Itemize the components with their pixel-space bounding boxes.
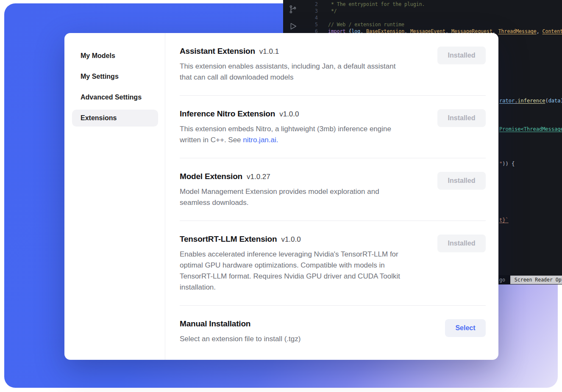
code-text: // Web / extension runtime bbox=[328, 21, 404, 28]
extension-row-nitro: Inference Nitro Extension v1.0.0 This ex… bbox=[180, 96, 486, 158]
code-fragment: rator.inference(data)); bbox=[499, 97, 562, 104]
extension-row-assistant: Assistant Extension v1.0.1 This extensio… bbox=[180, 33, 486, 96]
extension-info: Inference Nitro Extension v1.0.0 This ex… bbox=[180, 109, 437, 146]
extension-row-tensorrt: TensortRT-LLM Extension v1.0.0 Enables a… bbox=[180, 221, 486, 306]
installed-button[interactable]: Installed bbox=[437, 109, 486, 127]
extension-description: Enables accelerated inference leveraging… bbox=[180, 249, 427, 293]
sidebar-item-my-settings[interactable]: My Settings bbox=[72, 68, 158, 85]
extension-info: Manual Installation Select an extension … bbox=[180, 319, 445, 345]
extension-description: Model Management Extension provides mode… bbox=[180, 186, 427, 208]
installed-button[interactable]: Installed bbox=[437, 172, 486, 190]
description-text: This extension embeds Nitro, a lightweig… bbox=[180, 125, 391, 144]
line-number: 2 bbox=[313, 1, 318, 8]
screen-reader-chip[interactable]: Screen Reader Optimized bbox=[510, 276, 562, 284]
line-number: 4 bbox=[313, 14, 318, 21]
sidebar-item-extensions[interactable]: Extensions bbox=[72, 110, 158, 127]
manual-installation-description: Select an extension file to install (.tg… bbox=[180, 334, 435, 345]
settings-modal: My Models My Settings Advanced Settings … bbox=[64, 33, 498, 360]
installed-button[interactable]: Installed bbox=[437, 235, 486, 252]
line-number: 5 bbox=[313, 21, 318, 28]
run-debug-icon[interactable] bbox=[288, 21, 298, 31]
extension-title-line: Model Extension v1.0.27 bbox=[180, 172, 427, 181]
extension-info: TensortRT-LLM Extension v1.0.0 Enables a… bbox=[180, 235, 437, 293]
page: { "editor": { "gutter": ["2", "3", "4", … bbox=[0, 0, 562, 392]
extensions-panel: Assistant Extension v1.0.1 This extensio… bbox=[165, 33, 498, 360]
extension-version: v1.0.1 bbox=[259, 47, 279, 56]
select-file-button[interactable]: Select bbox=[445, 319, 486, 337]
code-line: 5 // Web / extension runtime bbox=[313, 21, 562, 28]
code-line: 4 bbox=[313, 14, 562, 21]
code-line: 2 * The entrypoint for the plugin. bbox=[313, 1, 562, 8]
code-fragment: Promise<ThreadMessage> bbox=[499, 126, 562, 133]
manual-installation-row: Manual Installation Select an extension … bbox=[180, 306, 486, 357]
settings-sidebar: My Models My Settings Advanced Settings … bbox=[64, 33, 165, 360]
git-fork-icon[interactable] bbox=[288, 4, 298, 14]
extension-info: Model Extension v1.0.27 Model Management… bbox=[180, 172, 437, 208]
extension-title: Assistant Extension bbox=[180, 47, 255, 56]
extension-description: This extension enables assistants, inclu… bbox=[180, 61, 427, 83]
extension-title-line: Manual Installation bbox=[180, 319, 435, 329]
nitro-jan-ai-link[interactable]: nitro.jan.ai. bbox=[243, 136, 278, 144]
extension-description: This extension embeds Nitro, a lightweig… bbox=[180, 124, 427, 146]
extension-row-model: Model Extension v1.0.27 Model Management… bbox=[180, 158, 486, 221]
line-number: 3 bbox=[313, 8, 318, 14]
extension-title-line: Inference Nitro Extension v1.0.0 bbox=[180, 109, 427, 119]
status-text: go bbox=[499, 277, 505, 283]
extension-title: Model Extension bbox=[180, 172, 242, 181]
sidebar-item-advanced-settings[interactable]: Advanced Settings bbox=[72, 89, 158, 106]
installed-button[interactable]: Installed bbox=[437, 47, 486, 64]
extension-info: Assistant Extension v1.0.1 This extensio… bbox=[180, 47, 437, 83]
extension-version: v1.0.0 bbox=[279, 110, 299, 119]
code-fragment: t}` bbox=[499, 217, 509, 224]
extension-title-line: TensortRT-LLM Extension v1.0.0 bbox=[180, 235, 427, 244]
sidebar-item-my-models[interactable]: My Models bbox=[72, 47, 158, 64]
code-text: */ bbox=[328, 8, 337, 14]
extension-title: TensortRT-LLM Extension bbox=[180, 235, 277, 244]
extension-version: v1.0.27 bbox=[247, 173, 270, 181]
code-line: 3 */ bbox=[313, 8, 562, 14]
code-lines: 2 * The entrypoint for the plugin. 3 */ … bbox=[313, 1, 562, 35]
code-text: * The entrypoint for the plugin. bbox=[328, 1, 425, 8]
extension-version: v1.0.0 bbox=[281, 235, 300, 244]
extension-title-line: Assistant Extension v1.0.1 bbox=[180, 47, 427, 56]
manual-installation-title: Manual Installation bbox=[180, 319, 250, 329]
extension-title: Inference Nitro Extension bbox=[180, 109, 275, 119]
code-fragment: ")) { bbox=[499, 160, 515, 167]
